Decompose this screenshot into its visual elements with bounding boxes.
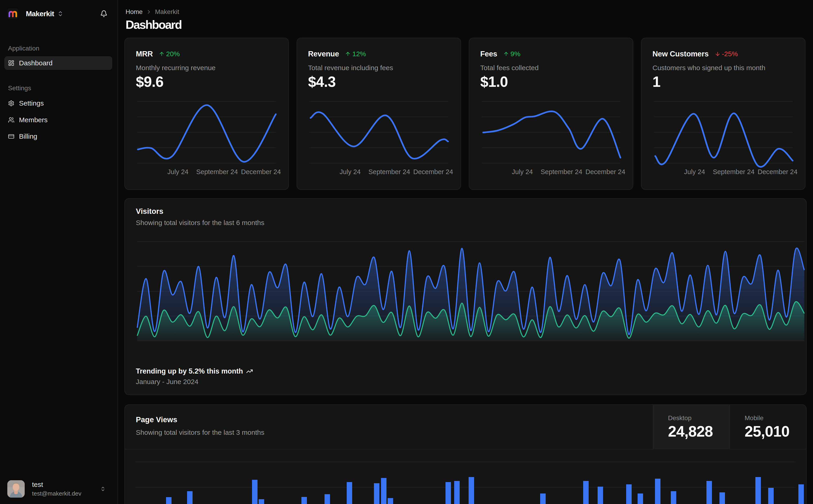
svg-text:July 24: July 24	[512, 168, 533, 175]
svg-text:December 24: December 24	[241, 168, 281, 175]
svg-text:December 24: December 24	[413, 168, 453, 175]
svg-text:September 24: September 24	[541, 168, 582, 175]
svg-text:September 24: September 24	[196, 168, 238, 175]
svg-text:July 24: July 24	[684, 168, 705, 175]
svg-text:September 24: September 24	[713, 168, 755, 175]
svg-text:July 24: July 24	[167, 168, 188, 175]
svg-text:September 24: September 24	[368, 168, 410, 175]
svg-text:July 24: July 24	[340, 168, 361, 175]
svg-text:December 24: December 24	[758, 168, 797, 175]
svg-text:December 24: December 24	[585, 168, 625, 175]
